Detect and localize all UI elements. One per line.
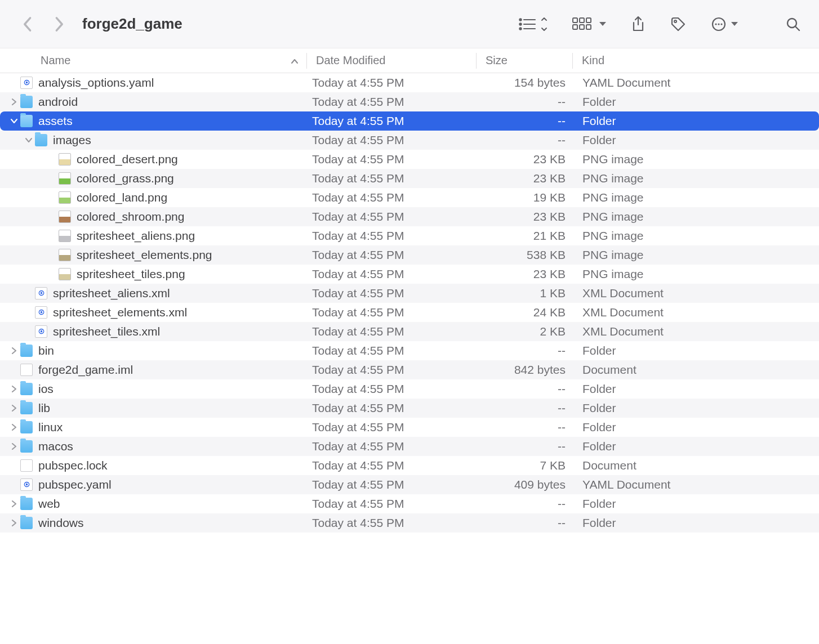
- disclosure-closed-icon[interactable]: [10, 386, 18, 392]
- file-row[interactable]: libToday at 4:55 PM--Folder: [0, 399, 819, 418]
- column-date-label: Date Modified: [316, 54, 385, 66]
- share-icon: [631, 16, 646, 33]
- folder-icon: [20, 345, 33, 357]
- file-row[interactable]: pubspec.lockToday at 4:55 PM7 KBDocument: [0, 456, 819, 475]
- column-size-label: Size: [486, 54, 508, 66]
- file-kind: PNG image: [577, 248, 819, 262]
- view-grid-button[interactable]: [572, 17, 606, 31]
- folder-icon: [35, 134, 47, 146]
- svg-point-4: [519, 28, 521, 29]
- disclosure-closed-icon[interactable]: [10, 99, 18, 105]
- file-date-modified: Today at 4:55 PM: [312, 421, 481, 434]
- file-row[interactable]: iosToday at 4:55 PM--Folder: [0, 379, 819, 399]
- file-name: forge2d_game.iml: [38, 363, 133, 377]
- disclosure-closed-icon[interactable]: [10, 405, 18, 412]
- file-row[interactable]: windowsToday at 4:55 PM--Folder: [0, 513, 819, 533]
- tag-icon: [670, 16, 686, 32]
- back-button[interactable]: [15, 12, 39, 37]
- file-row[interactable]: colored_grass.pngToday at 4:55 PM23 KBPN…: [0, 169, 819, 188]
- column-kind[interactable]: Kind: [573, 54, 819, 67]
- ellipsis-circle-icon: [711, 16, 727, 32]
- file-name: spritesheet_aliens.xml: [53, 287, 170, 300]
- file-kind: Folder: [577, 440, 819, 453]
- svg-point-15: [718, 23, 719, 25]
- file-row[interactable]: assetsToday at 4:55 PM--Folder: [0, 111, 819, 131]
- more-actions-button[interactable]: [711, 16, 738, 32]
- file-size: 24 KB: [481, 306, 577, 319]
- file-name: colored_desert.png: [77, 153, 178, 166]
- file-kind: Folder: [577, 133, 819, 147]
- search-icon: [785, 16, 801, 32]
- svg-point-14: [715, 23, 716, 25]
- disclosure-closed-icon[interactable]: [10, 443, 18, 450]
- file-size: 2 KB: [481, 325, 577, 338]
- file-kind: XML Document: [577, 325, 819, 338]
- toolbar-actions: [518, 16, 801, 33]
- file-row[interactable]: colored_land.pngToday at 4:55 PM19 KBPNG…: [0, 188, 819, 207]
- file-kind: Document: [577, 459, 819, 472]
- file-row[interactable]: macosToday at 4:55 PM--Folder: [0, 437, 819, 456]
- file-name: colored_shroom.png: [77, 210, 184, 223]
- file-date-modified: Today at 4:55 PM: [312, 497, 481, 511]
- column-name[interactable]: Name: [0, 54, 306, 67]
- file-row[interactable]: spritesheet_aliens.pngToday at 4:55 PM21…: [0, 226, 819, 245]
- file-date-modified: Today at 4:55 PM: [312, 287, 481, 300]
- file-kind: Document: [577, 363, 819, 377]
- file-row[interactable]: ⦿analysis_options.yamlToday at 4:55 PM15…: [0, 73, 819, 92]
- file-size: 538 KB: [481, 248, 577, 262]
- file-kind: Folder: [577, 344, 819, 357]
- column-size[interactable]: Size: [477, 54, 572, 67]
- view-list-button[interactable]: [518, 17, 548, 32]
- png-file-icon: [59, 268, 71, 280]
- forward-button[interactable]: [47, 12, 72, 37]
- file-name: android: [38, 95, 78, 109]
- png-file-icon: [59, 191, 71, 204]
- file-row[interactable]: ⦿spritesheet_elements.xmlToday at 4:55 P…: [0, 303, 819, 322]
- search-button[interactable]: [785, 16, 801, 32]
- xml-file-icon: ⦿: [35, 325, 47, 338]
- file-size: --: [481, 114, 577, 128]
- file-date-modified: Today at 4:55 PM: [312, 76, 481, 90]
- folder-icon: [20, 402, 33, 414]
- file-row[interactable]: binToday at 4:55 PM--Folder: [0, 341, 819, 360]
- file-row[interactable]: spritesheet_tiles.pngToday at 4:55 PM23 …: [0, 265, 819, 284]
- file-row[interactable]: linuxToday at 4:55 PM--Folder: [0, 418, 819, 437]
- file-date-modified: Today at 4:55 PM: [312, 478, 481, 491]
- folder-icon: [20, 383, 33, 395]
- disclosure-closed-icon[interactable]: [10, 520, 18, 526]
- column-header: Name Date Modified Size Kind: [0, 48, 819, 73]
- file-size: --: [481, 440, 577, 453]
- file-date-modified: Today at 4:55 PM: [312, 306, 481, 319]
- file-name: windows: [38, 516, 84, 530]
- disclosure-open-icon[interactable]: [25, 137, 33, 143]
- file-size: 842 bytes: [481, 363, 577, 377]
- yaml-file-icon: ⦿: [20, 77, 33, 89]
- file-row[interactable]: ⦿pubspec.yamlToday at 4:55 PM409 bytesYA…: [0, 475, 819, 494]
- file-row[interactable]: spritesheet_elements.pngToday at 4:55 PM…: [0, 245, 819, 265]
- file-row[interactable]: webToday at 4:55 PM--Folder: [0, 494, 819, 513]
- svg-rect-10: [580, 25, 584, 29]
- file-size: 21 KB: [481, 229, 577, 243]
- file-row[interactable]: imagesToday at 4:55 PM--Folder: [0, 131, 819, 150]
- file-row[interactable]: colored_desert.pngToday at 4:55 PM23 KBP…: [0, 150, 819, 169]
- column-date-modified[interactable]: Date Modified: [307, 54, 476, 67]
- file-row[interactable]: ⦿spritesheet_tiles.xmlToday at 4:55 PM2 …: [0, 322, 819, 341]
- file-size: 154 bytes: [481, 76, 577, 90]
- disclosure-closed-icon[interactable]: [10, 500, 18, 507]
- file-row[interactable]: colored_shroom.pngToday at 4:55 PM23 KBP…: [0, 207, 819, 226]
- file-size: --: [481, 516, 577, 530]
- file-row[interactable]: ⦿spritesheet_aliens.xmlToday at 4:55 PM1…: [0, 284, 819, 303]
- disclosure-closed-icon[interactable]: [10, 347, 18, 354]
- tags-button[interactable]: [670, 16, 686, 32]
- disclosure-open-icon[interactable]: [10, 118, 18, 124]
- window-title: forge2d_game: [82, 15, 183, 33]
- disclosure-closed-icon[interactable]: [10, 424, 18, 431]
- file-row[interactable]: androidToday at 4:55 PM--Folder: [0, 92, 819, 111]
- file-size: 23 KB: [481, 267, 577, 281]
- file-date-modified: Today at 4:55 PM: [312, 248, 481, 262]
- file-row[interactable]: forge2d_game.imlToday at 4:55 PM842 byte…: [0, 360, 819, 379]
- file-name: bin: [38, 344, 54, 357]
- file-name: ios: [38, 382, 54, 396]
- svg-line-18: [795, 26, 799, 30]
- share-button[interactable]: [631, 16, 646, 33]
